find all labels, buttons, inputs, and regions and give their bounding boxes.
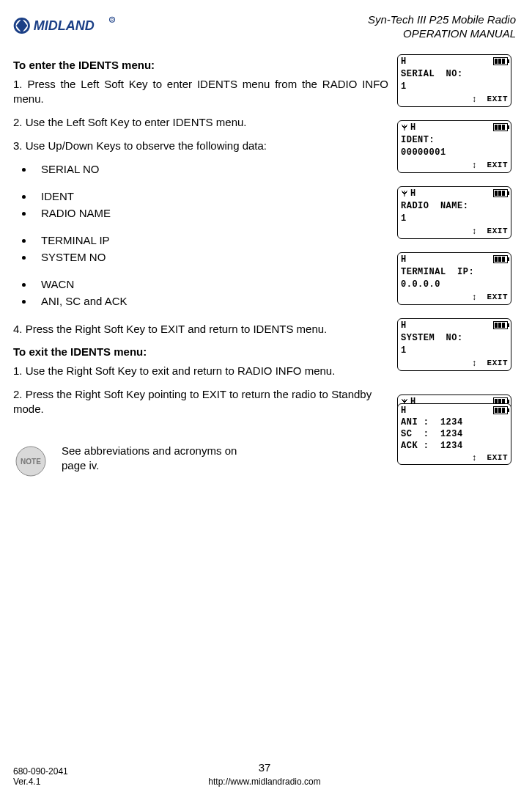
updown-icon: ↕ — [472, 292, 477, 302]
list-item: SERIAL NO — [34, 163, 388, 175]
lcd-line: ACK : 1234 — [401, 441, 508, 451]
h-icon: H — [410, 122, 416, 133]
svg-text:NOTE: NOTE — [21, 458, 41, 466]
battery-icon — [493, 321, 508, 329]
h-icon: H — [401, 320, 407, 331]
screens-column: H SERIAL NO: 1 ↕ EXIT H — [397, 54, 516, 478]
note-icon: NOTE — [13, 444, 48, 479]
list-item: SYSTEM NO — [34, 251, 388, 263]
list-item: TERMINAL IP — [34, 234, 388, 246]
header-title: Syn-Tech III P25 Mobile Radio OPERATION … — [368, 13, 516, 41]
lcd-line: 1 — [401, 213, 508, 224]
data-list-2: IDENT RADIO NAME — [34, 190, 388, 219]
content-area: To enter the IDENTS menu: 1. Press the L… — [13, 54, 516, 479]
lcd-radio-name: H RADIO NAME: 1 ↕ EXIT — [397, 186, 511, 239]
lcd-line: 0.0.0.0 — [401, 279, 508, 290]
lcd-ident: H IDENT: 00000001 ↕ EXIT — [397, 120, 511, 173]
list-item: IDENT — [34, 190, 388, 202]
h-icon: H — [410, 188, 416, 199]
data-list-4: WACN ANI, SC and ACK — [34, 278, 388, 307]
page-number: 37 — [13, 761, 516, 774]
note-text: See abbreviations and acronyms on page i… — [62, 444, 252, 474]
enter-step4: 4. Press the Right Soft Key to EXIT and … — [13, 322, 388, 337]
svg-text:MIDLAND: MIDLAND — [34, 18, 95, 33]
battery-icon — [493, 406, 508, 414]
exit-heading: To exit the IDENTS menu: — [13, 345, 388, 358]
exit-label: EXIT — [487, 95, 508, 103]
footer-url: http://www.midlandradio.com — [13, 777, 516, 787]
svg-text:R: R — [111, 18, 114, 22]
lcd-ani-sc-ack: H ANI : 1234 SC : 1234 ACK : 1234 ↕ EXIT — [397, 403, 511, 465]
updown-icon: ↕ — [472, 160, 477, 170]
exit-step2: 2. Press the Right Soft Key pointing to … — [13, 387, 388, 417]
lcd-line: IDENT: — [401, 135, 508, 145]
antenna-icon — [401, 190, 408, 197]
battery-icon — [493, 189, 508, 197]
lcd-line: SYSTEM NO: — [401, 333, 508, 343]
list-item: RADIO NAME — [34, 207, 388, 219]
enter-step3: 3. Use Up/Down Keys to observe the follo… — [13, 139, 388, 153]
exit-label: EXIT — [487, 161, 508, 169]
logo-svg: MIDLAND R — [13, 13, 145, 38]
page-header: MIDLAND R Syn-Tech III P25 Mobile Radio … — [13, 13, 516, 41]
antenna-icon — [401, 124, 408, 131]
exit-label: EXIT — [487, 293, 508, 301]
battery-icon — [493, 57, 508, 65]
updown-icon: ↕ — [472, 358, 477, 368]
h-icon: H — [401, 254, 407, 265]
data-list-1: SERIAL NO — [34, 163, 388, 175]
text-column: To enter the IDENTS menu: 1. Press the L… — [13, 54, 397, 479]
lcd-line: SC : 1234 — [401, 429, 508, 439]
header-title-line1: Syn-Tech III P25 Mobile Radio — [368, 13, 516, 27]
exit-label: EXIT — [487, 227, 508, 235]
data-list-3: TERMINAL IP SYSTEM NO — [34, 234, 388, 263]
lcd-line: 00000001 — [401, 147, 508, 158]
page-footer: 37 680-090-2041 Ver.4.1 http://www.midla… — [13, 766, 516, 787]
page: MIDLAND R Syn-Tech III P25 Mobile Radio … — [0, 0, 532, 800]
lcd-line: RADIO NAME: — [401, 201, 508, 211]
lcd-line: 1 — [401, 81, 508, 92]
lcd-terminal-ip: H TERMINAL IP: 0.0.0.0 ↕ EXIT — [397, 252, 511, 305]
lcd-line: ANI : 1234 — [401, 417, 508, 427]
midland-logo: MIDLAND R — [13, 13, 145, 38]
note-row: NOTE See abbreviations and acronyms on p… — [13, 444, 388, 479]
exit-label: EXIT — [487, 453, 508, 462]
lcd-line: TERMINAL IP: — [401, 267, 508, 277]
battery-icon — [493, 123, 508, 131]
h-icon: H — [401, 405, 407, 416]
updown-icon: ↕ — [472, 94, 477, 104]
updown-icon: ↕ — [472, 226, 477, 236]
lcd-line: SERIAL NO: — [401, 69, 508, 79]
enter-heading: To enter the IDENTS menu: — [13, 59, 388, 71]
lcd-system-no: H SYSTEM NO: 1 ↕ EXIT — [397, 318, 511, 371]
enter-step1: 1. Press the Left Soft Key to enter IDEN… — [13, 77, 388, 107]
updown-icon: ↕ — [472, 452, 477, 463]
header-title-line2: OPERATION MANUAL — [368, 27, 516, 41]
h-icon: H — [401, 56, 407, 67]
battery-icon — [493, 255, 508, 263]
list-item: WACN — [34, 278, 388, 290]
lcd-line: 1 — [401, 345, 508, 356]
exit-label: EXIT — [487, 359, 508, 367]
lcd-serial-no: H SERIAL NO: 1 ↕ EXIT — [397, 54, 511, 107]
list-item: ANI, SC and ACK — [34, 295, 388, 307]
exit-step1: 1. Use the Right Soft Key to exit and re… — [13, 364, 388, 378]
enter-step2: 2. Use the Left Soft Key to enter IDENTS… — [13, 115, 388, 130]
